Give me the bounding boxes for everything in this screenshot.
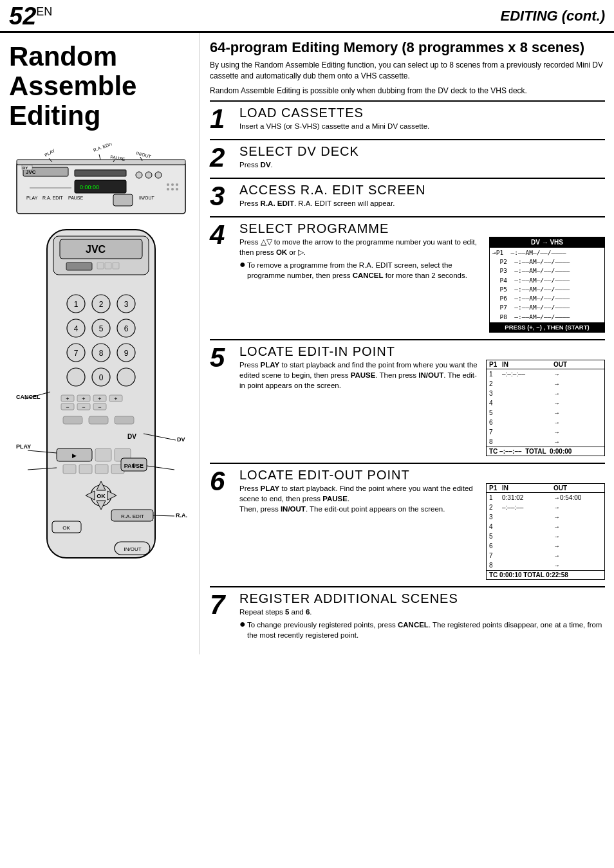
svg-rect-82 bbox=[95, 448, 111, 461]
step-5-body: Press PLAY to start playback and find th… bbox=[239, 360, 481, 391]
step-3-number: 3 bbox=[210, 183, 234, 210]
step-4-title: SELECT PROGRAMME bbox=[239, 221, 605, 235]
svg-rect-5 bbox=[75, 170, 126, 176]
svg-point-19 bbox=[176, 183, 178, 186]
svg-rect-78 bbox=[115, 416, 134, 424]
svg-point-58 bbox=[67, 368, 85, 386]
svg-text:IN/OUT: IN/OUT bbox=[139, 196, 154, 200]
svg-text:▶: ▶ bbox=[71, 452, 76, 459]
svg-text:PLAY: PLAY bbox=[16, 443, 31, 450]
step-4-bullet: ● To remove a programme from the R.A. ED… bbox=[239, 260, 484, 281]
svg-text:+: + bbox=[66, 396, 69, 402]
step-1-content: LOAD CASSETTES Insert a VHS (or S-VHS) c… bbox=[239, 106, 605, 131]
svg-line-29 bbox=[99, 154, 100, 160]
step-1-body: Insert a VHS (or S-VHS) cassette and a M… bbox=[239, 121, 605, 131]
svg-rect-77 bbox=[89, 416, 108, 424]
svg-point-61 bbox=[117, 368, 135, 386]
svg-text:R.A. EDIT: R.A. EDIT bbox=[42, 196, 63, 200]
page-title: Random Assemble Editing bbox=[9, 42, 192, 131]
svg-point-20 bbox=[167, 188, 169, 190]
step-2-number: 2 bbox=[210, 144, 234, 171]
step-5-title: LOCATE EDIT-IN POINT bbox=[239, 344, 605, 358]
svg-rect-36 bbox=[66, 263, 92, 270]
svg-rect-23 bbox=[17, 160, 185, 165]
svg-text:−: − bbox=[98, 404, 101, 411]
svg-text:R.A. EDIT: R.A. EDIT bbox=[120, 513, 144, 519]
step-4-number: 4 bbox=[210, 221, 234, 248]
step-6-title: LOCATE EDIT-OUT POINT bbox=[239, 468, 605, 482]
step-6-content: LOCATE EDIT-OUT POINT Press PLAY to star… bbox=[239, 468, 605, 580]
svg-text:2: 2 bbox=[98, 300, 103, 309]
svg-line-108 bbox=[153, 515, 174, 516]
step-7-body: Repeat steps 5 and 6. bbox=[239, 607, 605, 617]
intro-para-2: Random Assemble Editing is possible only… bbox=[210, 86, 605, 97]
vcr-device-svg: JVC DY 0:00:00 PLAY R.A. EDIT PAUSE bbox=[10, 143, 192, 226]
step-6-body: Press PLAY to start playback. Find the p… bbox=[239, 483, 481, 514]
step-1: 1 LOAD CASSETTES Insert a VHS (or S-VHS)… bbox=[210, 100, 605, 136]
step-4: 4 SELECT PROGRAMME Press △▽ to move the … bbox=[210, 216, 605, 337]
svg-text:CANCEL: CANCEL bbox=[16, 394, 41, 400]
page-number: 52EN bbox=[9, 4, 52, 28]
step-3-content: ACCESS R.A. EDIT SCREEN Press R.A. EDIT.… bbox=[239, 183, 605, 208]
step-7-title: REGISTER ADDITIONAL SCENES bbox=[239, 591, 605, 605]
step-2-body: Press DV. bbox=[239, 160, 605, 170]
step-7: 7 REGISTER ADDITIONAL SCENES Repeat step… bbox=[210, 586, 605, 645]
svg-text:8: 8 bbox=[98, 349, 103, 358]
step-2-title: SELECT DV DECK bbox=[239, 144, 605, 158]
remote-control-svg: JVC 1 2 3 4 bbox=[15, 226, 187, 574]
svg-text:+: + bbox=[98, 396, 101, 402]
svg-text:7: 7 bbox=[73, 349, 78, 358]
step-5: 5 LOCATE EDIT-IN POINT Press PLAY to sta… bbox=[210, 339, 605, 460]
svg-rect-76 bbox=[63, 416, 82, 424]
svg-text:OK: OK bbox=[62, 525, 70, 531]
svg-text:3: 3 bbox=[124, 300, 128, 309]
svg-text:IN/OUT: IN/OUT bbox=[124, 546, 141, 552]
svg-text:R.A. EDIT: R.A. EDIT bbox=[92, 143, 113, 152]
left-column: Random Assemble Editing JVC DY bbox=[0, 33, 200, 654]
svg-text:+: + bbox=[114, 396, 117, 402]
right-col-title: 64-program Editing Memory (8 programmes … bbox=[210, 39, 605, 56]
step-3-body: Press R.A. EDIT. R.A. EDIT screen will a… bbox=[239, 198, 605, 208]
svg-text:4: 4 bbox=[73, 324, 78, 333]
svg-point-6 bbox=[136, 172, 142, 178]
svg-text:DV: DV bbox=[127, 433, 136, 440]
svg-rect-37 bbox=[97, 263, 104, 269]
step-6: 6 LOCATE EDIT-OUT POINT Press PLAY to st… bbox=[210, 463, 605, 584]
svg-point-17 bbox=[167, 183, 169, 186]
right-column: 64-program Editing Memory (8 programmes … bbox=[200, 33, 614, 654]
svg-rect-39 bbox=[113, 263, 119, 269]
svg-text:PAUSE: PAUSE bbox=[124, 463, 143, 469]
step-1-number: 1 bbox=[210, 106, 234, 133]
svg-text:PLAY: PLAY bbox=[26, 196, 38, 200]
svg-text:0:00:00: 0:00:00 bbox=[80, 184, 99, 190]
svg-text:5: 5 bbox=[98, 324, 103, 333]
svg-point-22 bbox=[176, 188, 178, 190]
svg-text:9: 9 bbox=[124, 349, 128, 358]
svg-point-8 bbox=[155, 172, 162, 178]
section-title: EDITING (cont.) bbox=[500, 8, 605, 24]
step-7-number: 7 bbox=[210, 591, 234, 618]
step-5-number: 5 bbox=[210, 344, 234, 371]
svg-text:DY: DY bbox=[23, 166, 28, 170]
edit-in-table: P1 IN OUT 1–:–:–:––→ 2→ 3→ 4→ 5→ 6→ 7→ 8… bbox=[486, 360, 605, 456]
step-4-content: SELECT PROGRAMME Press △▽ to move the ar… bbox=[239, 221, 605, 333]
step-2: 2 SELECT DV DECK Press DV. bbox=[210, 139, 605, 175]
svg-text:OK: OK bbox=[97, 493, 106, 499]
step-6-number: 6 bbox=[210, 468, 234, 495]
svg-rect-38 bbox=[105, 263, 111, 269]
svg-text:IN/OUT: IN/OUT bbox=[135, 151, 151, 159]
svg-text:−: − bbox=[66, 404, 69, 411]
svg-rect-85 bbox=[79, 465, 92, 474]
svg-text:PAUSE: PAUSE bbox=[68, 196, 84, 200]
svg-text:6: 6 bbox=[124, 324, 128, 333]
svg-text:1: 1 bbox=[73, 300, 78, 309]
step-5-content: LOCATE EDIT-IN POINT Press PLAY to start… bbox=[239, 344, 605, 456]
svg-point-7 bbox=[145, 172, 152, 178]
step-1-title: LOAD CASSETTES bbox=[239, 106, 605, 120]
step-2-content: SELECT DV DECK Press DV. bbox=[239, 144, 605, 170]
device-illustration: JVC DY 0:00:00 PLAY R.A. EDIT PAUSE bbox=[9, 143, 192, 574]
svg-text:−: − bbox=[82, 404, 85, 411]
step-3-title: ACCESS R.A. EDIT SCREEN bbox=[239, 183, 605, 197]
svg-text:0: 0 bbox=[98, 373, 103, 382]
step-4-body: Press △▽ to move the arrow to the progra… bbox=[239, 237, 484, 257]
